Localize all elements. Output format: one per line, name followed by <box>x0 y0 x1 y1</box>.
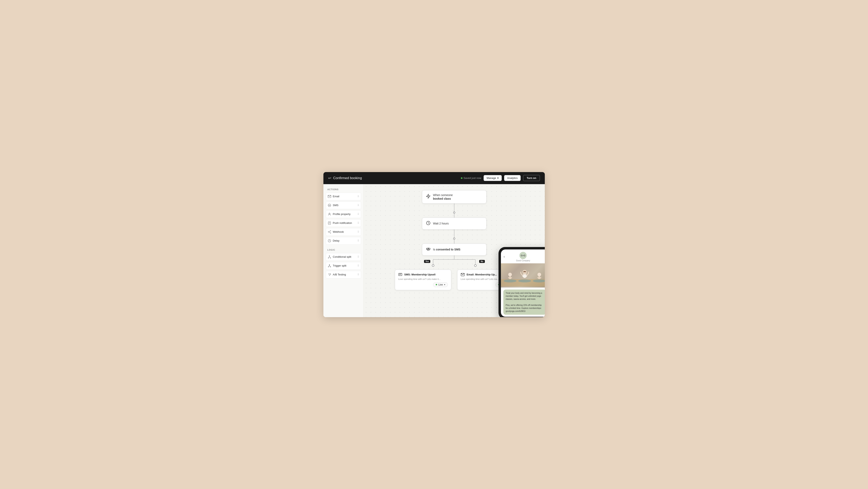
sms-live-label: Live <box>438 283 443 286</box>
svg-point-19 <box>330 266 331 267</box>
sidebar-item-trigger-split[interactable]: Trigger split ⠿ <box>326 262 361 269</box>
mobile-company-name: Good Company <box>516 260 530 262</box>
mobile-message-text: Treat your body and mind by becoming a m… <box>506 292 542 312</box>
sidebar: Actions Email ⠿ <box>323 184 364 317</box>
svg-point-16 <box>330 258 331 258</box>
drag-handle-conditional[interactable]: ⠿ <box>358 256 359 258</box>
svg-point-40 <box>503 279 517 282</box>
email-node-icon <box>461 272 465 277</box>
header-left: ↩ Confirmed booking <box>328 176 362 180</box>
app-window: ↩ Confirmed booking Saved just now Manag… <box>323 172 545 317</box>
manage-label: Manage <box>487 176 496 179</box>
sms-icon <box>328 203 331 207</box>
connector-dot-2 <box>453 237 455 239</box>
sidebar-item-profile-label: Profile property <box>333 212 350 215</box>
sidebar-item-push-notification[interactable]: Push notification ⠿ <box>326 219 361 227</box>
logic-section-title: Logic <box>326 249 361 251</box>
canvas-inner: When someone booked class <box>370 190 539 311</box>
drag-handle-webhook[interactable]: ⠿ <box>358 230 359 233</box>
sidebar-item-conditional-label: Conditional split <box>333 255 351 258</box>
analytics-button[interactable]: Analytics <box>504 175 521 181</box>
connector-line-2 <box>454 213 455 218</box>
svg-rect-24 <box>429 248 430 250</box>
svg-point-3 <box>329 205 330 205</box>
sidebar-item-delay-left: Delay <box>328 239 340 242</box>
mobile-header-center: G+G Good Company <box>516 252 530 262</box>
wait-node[interactable]: Wait 2 hours <box>422 218 487 229</box>
turnon-button[interactable]: Turn on <box>523 175 540 181</box>
drag-handle-profile[interactable]: ⠿ <box>358 213 359 215</box>
condition-content: Is consented to SMS <box>433 248 483 251</box>
drag-handle-ab[interactable]: ⠿ <box>358 273 359 276</box>
connector-line-1 <box>454 203 455 211</box>
sidebar-item-profile-property[interactable]: Profile property ⠿ <box>326 210 361 218</box>
trigger-icon <box>426 194 431 200</box>
connector-dot-1 <box>453 211 455 213</box>
drag-handle-push[interactable]: ⠿ <box>358 222 359 225</box>
sms-node-body: Love spending time with us? Lets make it… <box>398 278 448 280</box>
sidebar-item-ab-testing[interactable]: A/B Testing ⠿ <box>326 271 361 279</box>
svg-point-12 <box>330 232 331 233</box>
main-layout: Actions Email ⠿ <box>323 184 545 317</box>
condition-node[interactable]: Is consented to SMS <box>422 243 487 256</box>
sidebar-item-push-label: Push notification <box>333 222 352 225</box>
mobile-screen: ‹ G+G Good Company <box>501 250 545 317</box>
mobile-mockup: ‹ G+G Good Company <box>498 247 545 317</box>
sidebar-item-email-left: Email <box>328 195 340 198</box>
sidebar-item-webhook-label: Webhook <box>333 230 344 233</box>
branch-lines-container: Yes No <box>420 256 489 269</box>
drag-handle-delay[interactable]: ⠿ <box>358 239 359 242</box>
webhook-icon <box>328 230 331 234</box>
sms-live-badge[interactable]: Live ▾ <box>433 282 447 287</box>
svg-point-4 <box>330 205 330 205</box>
sidebar-item-trigger-left: Trigger split <box>328 264 346 267</box>
mobile-message: Treat your body and mind by becoming a m… <box>503 290 545 315</box>
logic-section: Logic Conditional split ⠿ <box>326 249 361 279</box>
sidebar-item-email-label: Email <box>333 195 340 198</box>
delay-icon <box>328 239 331 242</box>
connector-line-4 <box>454 239 455 243</box>
sidebar-item-delay-label: Delay <box>333 239 340 242</box>
svg-point-2 <box>329 205 329 205</box>
svg-point-44 <box>522 270 527 274</box>
trigger-split-icon <box>328 264 331 267</box>
sidebar-item-webhook[interactable]: Webhook ⠿ <box>326 228 361 236</box>
drag-handle-email[interactable]: ⠿ <box>358 195 359 198</box>
drag-handle-sms[interactable]: ⠿ <box>358 204 359 207</box>
svg-point-43 <box>508 272 512 276</box>
svg-rect-23 <box>427 248 428 250</box>
sidebar-item-delay[interactable]: Delay ⠿ <box>326 237 361 244</box>
canvas[interactable]: When someone booked class <box>364 184 545 317</box>
trigger-node[interactable]: When someone booked class <box>422 190 487 203</box>
manage-button[interactable]: Manage ▾ <box>484 175 502 181</box>
sidebar-item-sms-left: SMS <box>328 203 339 207</box>
mobile-back-icon[interactable]: ‹ <box>504 255 505 259</box>
sms-node-title: SMS: Membership Upsell <box>404 273 435 276</box>
svg-point-5 <box>329 213 330 214</box>
trigger-pre: When someone <box>433 194 453 197</box>
sidebar-item-push-left: Push notification <box>328 221 352 225</box>
trigger-bold: booked class <box>433 197 451 200</box>
sidebar-item-sms[interactable]: SMS ⠿ <box>326 201 361 209</box>
ab-testing-icon <box>328 273 331 277</box>
drag-handle-trigger[interactable]: ⠿ <box>358 264 359 267</box>
yes-badge: Yes <box>424 260 430 263</box>
connector-line-3 <box>454 229 455 237</box>
email-icon <box>328 195 331 198</box>
push-icon <box>328 221 331 225</box>
sms-node-icon <box>398 272 402 277</box>
condition-bold: consented to SMS <box>436 248 460 251</box>
sms-branch-node[interactable]: SMS: Membership Upsell Love spending tim… <box>395 269 451 290</box>
sidebar-item-webhook-left: Webhook <box>328 230 344 234</box>
svg-point-11 <box>330 230 331 231</box>
turnon-label: Turn on <box>527 176 536 179</box>
sidebar-item-conditional-split[interactable]: Conditional split ⠿ <box>326 253 361 261</box>
wait-icon <box>426 221 431 227</box>
sidebar-item-email[interactable]: Email ⠿ <box>326 193 361 200</box>
svg-point-41 <box>518 279 531 282</box>
svg-point-33 <box>432 264 434 266</box>
condition-icon <box>426 247 431 253</box>
back-icon[interactable]: ↩ <box>328 176 331 180</box>
profile-icon <box>328 212 331 216</box>
sms-live-dot <box>436 284 437 285</box>
